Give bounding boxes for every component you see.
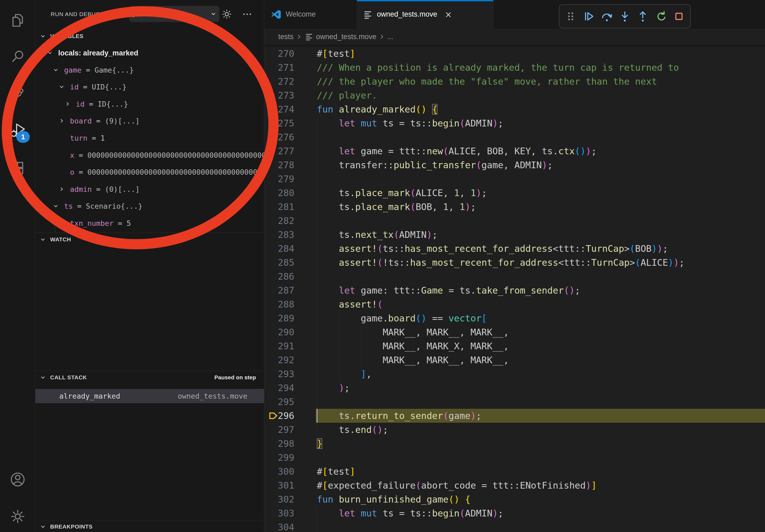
code-line[interactable]: 300#[test]: [264, 464, 765, 478]
config-label[interactable]: No Configur: [142, 10, 210, 18]
chevron-down-icon[interactable]: [210, 11, 219, 17]
breakpoints-section-header[interactable]: BREAKPOINTS: [35, 520, 264, 532]
code-line[interactable]: 276: [264, 130, 765, 144]
line-number[interactable]: 298: [264, 437, 294, 450]
code-text[interactable]: /// player.: [317, 89, 377, 102]
code-line[interactable]: 271/// When a position is already marked…: [264, 61, 765, 75]
line-number[interactable]: 301: [264, 478, 294, 492]
restart-icon[interactable]: [653, 9, 668, 24]
code-area[interactable]: 270#[test]271/// When a position is alre…: [264, 45, 765, 532]
code-line[interactable]: 284 assert!(ts::has_most_recent_for_addr…: [264, 242, 765, 256]
code-text[interactable]: ts.return_to_sender(game);: [317, 409, 481, 423]
line-number[interactable]: 284: [264, 242, 294, 256]
line-number[interactable]: 302: [264, 492, 294, 506]
variable-row[interactable]: locals: already_marked: [35, 45, 264, 62]
line-number[interactable]: 287: [264, 283, 294, 297]
code-text[interactable]: fun already_marked() {: [317, 102, 437, 116]
variable-row[interactable]: x = 000000000000000000000000000000000000…: [35, 147, 264, 164]
code-line[interactable]: 301#[expected_failure(abort_code = ttt::…: [264, 478, 765, 492]
code-line[interactable]: 290 MARK__, MARK__, MARK__,: [264, 325, 765, 339]
explorer-icon[interactable]: [5, 8, 30, 33]
code-line[interactable]: 282: [264, 214, 765, 228]
code-text[interactable]: ],: [317, 367, 372, 381]
breadcrumb-item[interactable]: owned_tests.move: [316, 33, 376, 41]
close-icon[interactable]: ×: [445, 9, 452, 20]
line-number[interactable]: 300: [264, 464, 294, 478]
code-line[interactable]: 287 let game: ttt::Game = ts.take_from_s…: [264, 283, 765, 297]
code-line[interactable]: 303 let mut ts = ts::begin(ADMIN);: [264, 506, 765, 520]
chevron-down-icon[interactable]: [47, 50, 53, 56]
code-text[interactable]: MARK__, MARK__, MARK__,: [317, 325, 509, 339]
code-line[interactable]: 298}: [264, 437, 765, 450]
source-control-icon[interactable]: [5, 80, 30, 105]
chevron-down-icon[interactable]: [53, 67, 59, 73]
chevron-right-icon[interactable]: [59, 118, 65, 124]
line-number[interactable]: 293: [264, 367, 294, 381]
code-line[interactable]: 286: [264, 269, 765, 283]
line-number[interactable]: 289: [264, 311, 294, 325]
step-over-icon[interactable]: [599, 9, 614, 24]
code-text[interactable]: #[expected_failure(abort_code = ttt::ENo…: [317, 478, 597, 492]
settings-gear-icon[interactable]: [5, 504, 30, 529]
variable-row[interactable]: o = 000000000000000000000000000000000000…: [35, 164, 264, 181]
continue-icon[interactable]: [581, 9, 596, 24]
account-icon[interactable]: [5, 467, 30, 492]
code-text[interactable]: /// the player who made the "false" move…: [317, 75, 657, 89]
line-number[interactable]: 286: [264, 269, 294, 283]
code-text[interactable]: /// When a position is already marked, t…: [317, 61, 679, 75]
variable-row[interactable]: txn_number = 5: [35, 215, 264, 232]
line-number[interactable]: 285: [264, 256, 294, 269]
code-text[interactable]: let mut ts = ts::begin(ADMIN);: [317, 506, 503, 520]
drag-grip-icon[interactable]: [563, 9, 578, 24]
watch-section-header[interactable]: WATCH: [35, 233, 264, 246]
line-number[interactable]: 304: [264, 520, 294, 532]
line-number[interactable]: 274: [264, 102, 294, 116]
code-text[interactable]: transfer::public_transfer(game, ADMIN);: [317, 158, 553, 172]
call-stack-frame[interactable]: already_markedowned_tests.move: [35, 389, 264, 403]
code-line[interactable]: 273/// player.: [264, 89, 765, 102]
tab-welcome[interactable]: Welcome: [264, 0, 357, 29]
code-line[interactable]: 288 assert!(: [264, 297, 765, 311]
step-out-icon[interactable]: [635, 9, 650, 24]
breadcrumb-item[interactable]: tests: [278, 33, 294, 41]
code-line[interactable]: 275 let mut ts = ts::begin(ADMIN);: [264, 116, 765, 130]
line-number[interactable]: 271: [264, 61, 294, 75]
line-number[interactable]: 288: [264, 297, 294, 311]
variables-section-header[interactable]: VARIABLES: [35, 30, 264, 42]
debug-settings-gear-icon[interactable]: [221, 8, 233, 20]
code-text[interactable]: let game: ttt::Game = ts.take_from_sende…: [317, 283, 580, 297]
variable-row[interactable]: admin = (0)[...]: [35, 181, 264, 198]
code-line[interactable]: 297 ts.end();: [264, 423, 765, 437]
code-line[interactable]: 272/// the player who made the "false" m…: [264, 75, 765, 89]
chevron-down-icon[interactable]: [59, 84, 65, 90]
line-number[interactable]: 299: [264, 450, 294, 464]
code-text[interactable]: MARK__, MARK__, MARK__,: [317, 353, 509, 367]
code-text[interactable]: let game = ttt::new(ALICE, BOB, KEY, ts.…: [317, 144, 597, 158]
code-line[interactable]: 277 let game = ttt::new(ALICE, BOB, KEY,…: [264, 144, 765, 158]
line-number[interactable]: 303: [264, 506, 294, 520]
code-line[interactable]: 279: [264, 172, 765, 186]
code-line[interactable]: 294 );: [264, 381, 765, 395]
code-text[interactable]: assert!(!ts::has_most_recent_for_address…: [317, 256, 685, 269]
tab-owned-tests-move[interactable]: owned_tests.move ×: [357, 0, 493, 29]
code-text[interactable]: let mut ts = ts::begin(ADMIN);: [317, 116, 503, 130]
line-number[interactable]: 273: [264, 89, 294, 102]
code-line[interactable]: 299: [264, 450, 765, 464]
debug-config-dropdown[interactable]: No Configur: [129, 6, 219, 22]
code-text[interactable]: );: [317, 381, 350, 395]
line-number[interactable]: 279: [264, 172, 294, 186]
extensions-icon[interactable]: [5, 155, 30, 180]
call-stack-section-header[interactable]: CALL STACK Paused on step: [35, 371, 264, 384]
code-line[interactable]: 270#[test]: [264, 47, 765, 61]
variable-row[interactable]: game = Game{...}: [35, 62, 264, 79]
search-icon[interactable]: [5, 44, 30, 69]
variable-row[interactable]: id = UID{...}: [35, 79, 264, 96]
code-text[interactable]: ts.place_mark(BOB, 1, 1);: [317, 200, 476, 214]
variable-row[interactable]: ts = Scenario{...}: [35, 198, 264, 215]
code-text[interactable]: #[test]: [317, 47, 355, 61]
code-text[interactable]: assert!(ts::has_most_recent_for_address<…: [317, 242, 668, 256]
code-line[interactable]: 302fun burn_unfinished_game() {: [264, 492, 765, 506]
chevron-down-icon[interactable]: [53, 203, 59, 209]
code-text[interactable]: }: [317, 437, 322, 450]
code-line[interactable]: 296 ts.return_to_sender(game);: [264, 409, 765, 423]
